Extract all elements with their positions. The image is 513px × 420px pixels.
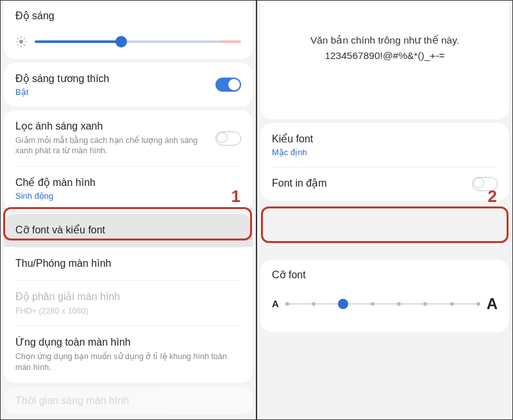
font-size-step[interactable] <box>397 302 401 306</box>
font-size-style-row[interactable]: Cỡ font và kiểu font <box>4 214 253 247</box>
adaptive-brightness-title: Độ sáng tương thích <box>15 72 215 86</box>
screenmode-row[interactable]: Chế độ màn hình Sinh động <box>4 167 253 210</box>
screenmode-title: Chế độ màn hình <box>15 176 241 190</box>
fullscreen-apps-title: Ứng dụng toàn màn hình <box>15 336 241 349</box>
brightness-row: Độ sáng <box>4 1 253 59</box>
screen-zoom-row[interactable]: Thu/Phóng màn hình <box>4 248 253 280</box>
bold-font-title: Font in đậm <box>272 177 472 190</box>
bluelight-title: Lọc ánh sáng xanh <box>15 120 215 133</box>
svg-line-4 <box>17 38 18 38</box>
brightness-track[interactable] <box>35 40 241 43</box>
brightness-slider[interactable] <box>15 36 241 47</box>
adaptive-brightness-row[interactable]: Độ sáng tương thích Bật <box>4 63 253 106</box>
settings-screen-display: Độ sáng <box>1 1 257 419</box>
small-a-icon: A <box>272 298 279 309</box>
font-preview-panel: Văn bản chính trông như thế này. 1234567… <box>260 1 509 119</box>
step-number-1: 1 <box>231 187 240 206</box>
font-size-block: Cỡ font A A <box>260 260 509 332</box>
font-size-thumb[interactable] <box>338 299 348 309</box>
bluelight-toggle[interactable] <box>215 131 241 146</box>
sun-icon <box>15 36 27 47</box>
fullscreen-apps-desc: Chọn ứng dụng bạn muốn sử dụng ở tỉ lệ k… <box>15 351 241 373</box>
settings-screen-font: Văn bản chính trông như thế này. 1234567… <box>257 1 512 419</box>
font-style-value: Mặc định <box>272 147 498 157</box>
resolution-title: Độ phân giải màn hình <box>15 290 241 304</box>
svg-line-5 <box>24 44 24 45</box>
screenmode-value: Sinh động <box>15 191 241 201</box>
font-size-step[interactable] <box>371 302 374 306</box>
font-size-step[interactable] <box>423 302 427 306</box>
adaptive-brightness-toggle[interactable] <box>215 78 241 92</box>
font-size-label: Cỡ font <box>272 269 498 281</box>
resolution-value: FHD+ (2280 x 1080) <box>15 306 241 317</box>
font-size-slider[interactable]: A A <box>272 295 498 313</box>
font-style-row[interactable]: Kiểu font Mặc định <box>260 123 509 167</box>
font-size-track[interactable] <box>285 298 480 310</box>
bluelight-desc: Giảm mỏi mắt bằng cách hạn chế lượng ánh… <box>15 135 215 157</box>
font-size-step[interactable] <box>312 302 315 306</box>
preview-text-line1: Văn bản chính trông như thế này. <box>273 33 496 49</box>
brightness-thumb[interactable] <box>115 36 127 47</box>
brightness-label: Độ sáng <box>15 10 241 22</box>
cutoff-row: Thời gian sáng màn hình <box>4 387 253 414</box>
font-size-step[interactable] <box>450 302 454 306</box>
fullscreen-apps-row[interactable]: Ứng dụng toàn màn hình Chọn ứng dụng bạn… <box>4 326 253 383</box>
preview-text-line2: 1234567890!@#%&*()_+-= <box>273 50 496 62</box>
resolution-row: Độ phân giải màn hình FHD+ (2280 x 1080) <box>4 281 253 326</box>
svg-line-6 <box>17 44 18 45</box>
screen-zoom-title: Thu/Phóng màn hình <box>15 257 241 271</box>
font-style-title: Kiểu font <box>272 133 498 146</box>
adaptive-brightness-status: Bật <box>15 87 215 97</box>
font-size-step[interactable] <box>285 302 289 306</box>
bold-font-row[interactable]: Font in đậm <box>260 167 509 201</box>
bluelight-row[interactable]: Lọc ánh sáng xanh Giảm mỏi mắt bằng cách… <box>4 110 253 167</box>
step-number-2: 2 <box>488 187 497 206</box>
font-size-step[interactable] <box>476 302 480 306</box>
svg-line-7 <box>24 38 24 38</box>
font-size-style-title: Cỡ font và kiểu font <box>15 224 241 237</box>
large-a-icon: A <box>487 295 498 313</box>
